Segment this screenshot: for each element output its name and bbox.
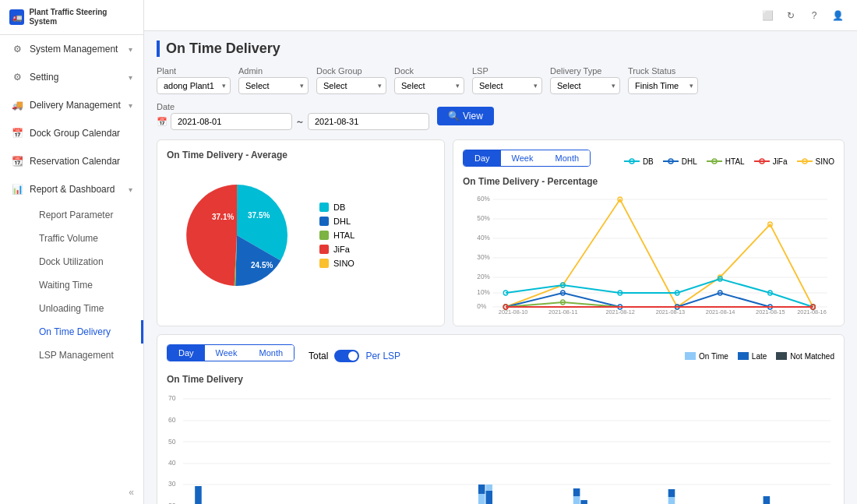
svg-rect-111: [478, 485, 485, 494]
svg-text:24.5%: 24.5%: [251, 261, 273, 270]
delivery-icon: 🚚: [11, 99, 23, 111]
truck-status-filter: Truck Status Finish Time: [628, 66, 698, 94]
line-tab-day[interactable]: Day: [464, 150, 501, 166]
bar-tab-week[interactable]: Week: [205, 345, 249, 361]
svg-text:40%: 40%: [477, 234, 490, 241]
line-legend-db: DB: [624, 157, 654, 166]
date-range: 📅 ～: [157, 113, 429, 130]
svg-rect-125: [580, 500, 587, 504]
sidebar-item-traffic-volume[interactable]: Traffic Volume: [28, 227, 143, 250]
sidebar-item-waiting-time[interactable]: Waiting Time: [28, 273, 143, 297]
setting-icon: ⚙: [11, 71, 23, 83]
svg-text:2021-08-14: 2021-08-14: [706, 308, 735, 314]
dock-group-label: Dock Group: [316, 66, 386, 76]
pie-chart-svg: 37.1% 37.5% 24.5%: [167, 173, 307, 298]
user-icon[interactable]: 👤: [831, 9, 845, 23]
line-legend-jifa: JiFa: [754, 157, 788, 166]
line-tab-week[interactable]: Week: [501, 150, 545, 166]
svg-text:50%: 50%: [477, 214, 490, 222]
date-to-input[interactable]: [308, 113, 429, 130]
sidebar-item-system-management[interactable]: ⚙ System Management ▾: [0, 35, 143, 63]
line-chart-legend: DB DHL HTAL JiFa: [624, 157, 834, 166]
chevron-icon: ▾: [129, 45, 132, 54]
not-matched-label: Not Matched: [790, 352, 834, 361]
legend-color-sino: [319, 259, 329, 268]
dock-filter: Dock Select: [394, 66, 464, 94]
svg-text:40: 40: [168, 459, 176, 467]
plant-label: Plant: [157, 66, 231, 76]
sidebar-item-unloading-time[interactable]: Unloading Time: [28, 297, 143, 320]
svg-rect-135: [668, 497, 675, 504]
reservation-label: Reservation Calendar: [30, 156, 120, 167]
per-lsp-toggle[interactable]: [334, 350, 359, 362]
svg-text:2021-08-13: 2021-08-13: [656, 308, 685, 314]
sidebar-item-dock-group-calendar[interactable]: 📅 Dock Group Calendar: [0, 119, 143, 147]
plant-select[interactable]: adong Plant1: [157, 77, 231, 94]
sidebar-item-lsp-management[interactable]: LSP Management: [28, 344, 143, 367]
line-legend-htal: HTAL: [707, 157, 745, 166]
svg-rect-77: [195, 486, 202, 504]
sidebar-item-delivery-management[interactable]: 🚚 Delivery Management ▾: [0, 91, 143, 119]
chevron-icon: ▾: [129, 73, 132, 82]
legend-color-dhl: [319, 217, 329, 226]
legend-label-dhl: DHL: [333, 217, 351, 226]
view-button[interactable]: 🔍 View: [437, 107, 494, 125]
refresh-icon[interactable]: ↻: [784, 9, 798, 23]
sidebar-item-report-dashboard[interactable]: 📊 Report & Dashboard ▾: [0, 175, 143, 203]
collapse-button[interactable]: «: [0, 481, 143, 504]
truck-status-select[interactable]: Finish Time: [628, 77, 698, 94]
report-label: Report & Dashboard: [30, 184, 115, 195]
toggle-slider: [334, 350, 359, 362]
svg-text:60%: 60%: [477, 195, 490, 203]
bar-chart-svg: 70 60 50 40 30 20 10 0: [167, 391, 834, 504]
sidebar-item-report-parameter[interactable]: Report Parameter: [28, 203, 143, 227]
line-legend-dhl: DHL: [663, 157, 697, 166]
pie-legend: DB DHL HTAL JiFa: [319, 203, 354, 268]
sidebar-item-dock-utilization[interactable]: Dock Utilization: [28, 250, 143, 273]
svg-text:2021-08-11: 2021-08-11: [548, 308, 577, 314]
truck-status-label: Truck Status: [628, 66, 698, 76]
line-tab-month[interactable]: Month: [544, 150, 590, 166]
lsp-select[interactable]: Select: [472, 77, 542, 94]
line-chart-box: Day Week Month DB DHL: [453, 139, 845, 326]
svg-rect-110: [478, 494, 485, 504]
svg-text:70: 70: [168, 394, 176, 402]
sidebar-item-reservation-calendar[interactable]: 📆 Reservation Calendar: [0, 147, 143, 175]
delivery-type-label: Delivery Type: [550, 66, 620, 76]
line-tab-group: Day Week Month: [463, 150, 591, 167]
not-matched-color: [776, 352, 787, 360]
legend-item-dhl: DHL: [319, 217, 354, 226]
bar-tab-month[interactable]: Month: [248, 345, 294, 361]
line-legend-sino: SINO: [797, 157, 834, 166]
report-children: Report Parameter Traffic Volume Dock Uti…: [0, 203, 143, 367]
dock-calendar-icon: 📅: [11, 127, 23, 139]
dock-calendar-label: Dock Group Calendar: [30, 128, 120, 139]
sidebar-item-on-time-delivery[interactable]: On Time Delivery: [28, 320, 143, 344]
monitor-icon[interactable]: ⬜: [760, 9, 774, 23]
delivery-type-filter: Delivery Type Select: [550, 66, 620, 94]
delivery-type-select[interactable]: Select: [550, 77, 620, 94]
admin-select[interactable]: Select: [238, 77, 309, 94]
topbar: ⬜ ↻ ? 👤: [144, 0, 857, 31]
system-management-label: System Management: [30, 44, 118, 55]
total-label: Total: [309, 351, 328, 361]
date-filter: Date 📅 ～: [157, 102, 429, 130]
legend-item-db: DB: [319, 203, 354, 212]
legend-color-db: [319, 203, 329, 212]
delivery-label: Delivery Management: [30, 100, 121, 111]
legend-item-jifa: JiFa: [319, 245, 354, 254]
late-label: Late: [752, 352, 767, 361]
dock-select[interactable]: Select: [394, 77, 464, 94]
help-icon[interactable]: ?: [807, 9, 821, 23]
dock-group-select[interactable]: Select: [316, 77, 386, 94]
legend-label-db: DB: [333, 203, 345, 212]
bar-tab-group: Day Week Month Total Per LSP: [167, 344, 400, 368]
sidebar-item-setting[interactable]: ⚙ Setting ▾: [0, 63, 143, 91]
legend-color-jifa: [319, 245, 329, 254]
legend-on-time: On Time: [685, 352, 728, 361]
bar-tab-day[interactable]: Day: [168, 345, 205, 361]
date-from-input[interactable]: [171, 113, 292, 130]
on-time-color: [685, 352, 696, 360]
app-logo: 🚛 Plant Traffic Steering System: [0, 0, 143, 35]
legend-not-matched: Not Matched: [776, 352, 834, 361]
